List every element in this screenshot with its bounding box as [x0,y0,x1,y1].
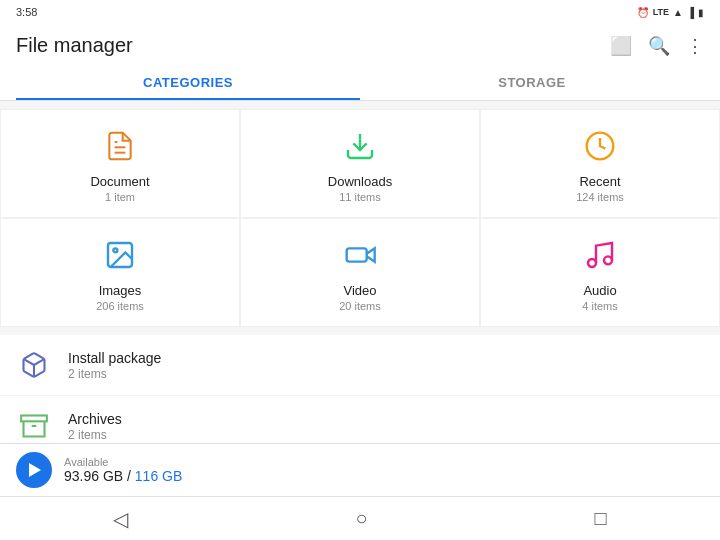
page-title: File manager [16,34,133,57]
video-icon [340,235,380,275]
svg-rect-11 [21,416,47,422]
search-icon[interactable]: 🔍 [648,35,670,57]
category-audio[interactable]: Audio 4 items [480,218,720,327]
more-icon[interactable]: ⋮ [686,35,704,57]
document-icon [100,126,140,166]
category-images[interactable]: Images 206 items [0,218,240,327]
header-actions: ⬜ 🔍 ⋮ [610,35,704,57]
home-nav-icon[interactable]: ○ [355,507,367,530]
category-audio-count: 4 items [582,300,617,312]
category-grid: Document 1 item Downloads 11 items [0,109,720,327]
alarm-icon: ⏰ [637,7,649,18]
category-video-name: Video [343,283,376,298]
available-label: Available [64,456,182,468]
svg-point-6 [113,248,117,252]
category-images-count: 206 items [96,300,144,312]
signal-icon: ▐ [687,7,694,18]
back-nav-icon[interactable]: ◁ [113,507,128,531]
lte-icon: LTE [653,7,669,17]
tab-bar: CATEGORIES STORAGE [16,65,704,100]
category-downloads[interactable]: Downloads 11 items [240,109,480,218]
archives-name: Archives [68,411,122,427]
recents-nav-icon[interactable]: □ [594,507,606,530]
archives-icon [16,408,52,444]
tab-storage[interactable]: STORAGE [360,65,704,100]
svg-rect-7 [347,248,367,261]
scan-icon[interactable]: ⬜ [610,35,632,57]
storage-play-button[interactable] [16,452,52,488]
category-document-count: 1 item [105,191,135,203]
downloads-icon [340,126,380,166]
storage-amount: 93.96 GB / 116 GB [64,468,182,484]
category-document-name: Document [90,174,149,189]
main-content: Document 1 item Downloads 11 items [0,101,720,473]
status-icons: ⏰ LTE ▲ ▐ ▮ [637,7,704,18]
archives-text: Archives 2 items [68,411,122,442]
category-downloads-name: Downloads [328,174,392,189]
svg-point-9 [604,256,612,264]
tab-categories[interactable]: CATEGORIES [16,65,360,100]
category-downloads-count: 11 items [339,191,381,203]
archives-count: 2 items [68,428,122,442]
header: File manager ⬜ 🔍 ⋮ CATEGORIES STORAGE [0,24,720,101]
install-package-count: 2 items [68,367,161,381]
wifi-icon: ▲ [673,7,683,18]
storage-bar[interactable]: Available 93.96 GB / 116 GB [0,443,720,496]
category-images-name: Images [99,283,142,298]
play-triangle-icon [29,463,41,477]
category-video-count: 20 items [339,300,381,312]
nav-bar: ◁ ○ □ [0,496,720,540]
category-recent-count: 124 items [576,191,624,203]
storage-text: Available 93.96 GB / 116 GB [64,456,182,484]
images-icon [100,235,140,275]
category-audio-name: Audio [583,283,616,298]
install-package-icon [16,347,52,383]
category-recent[interactable]: Recent 124 items [480,109,720,218]
audio-icon [580,235,620,275]
install-package-text: Install package 2 items [68,350,161,381]
status-bar: 3:58 ⏰ LTE ▲ ▐ ▮ [0,0,720,24]
recent-icon [580,126,620,166]
status-time: 3:58 [16,6,37,18]
category-video[interactable]: Video 20 items [240,218,480,327]
install-package-name: Install package [68,350,161,366]
battery-icon: ▮ [698,7,704,18]
category-recent-name: Recent [579,174,620,189]
svg-point-8 [588,259,596,267]
list-item-install-package[interactable]: Install package 2 items [0,335,720,396]
category-document[interactable]: Document 1 item [0,109,240,218]
